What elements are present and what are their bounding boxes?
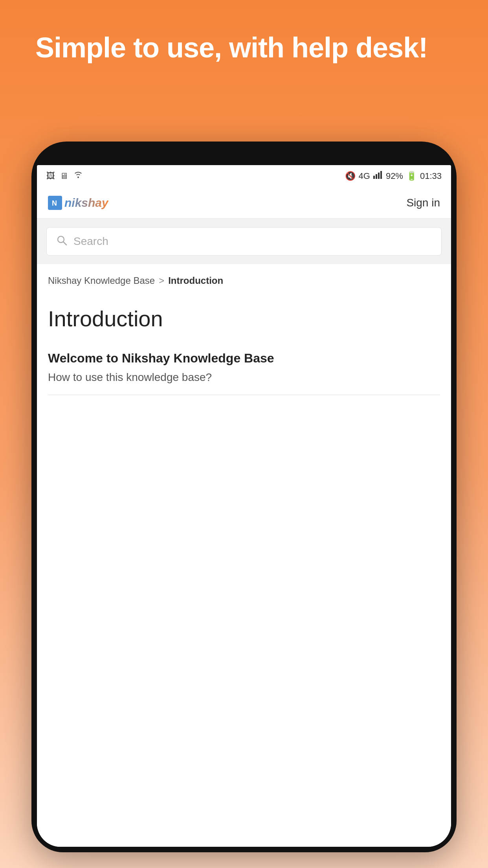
app-logo: N nikshay <box>48 196 108 210</box>
phone-screen: 🖼 🖥 🔇 4G <box>37 165 451 847</box>
hero-tagline: Simple to use, with help desk! <box>35 31 453 64</box>
clock: 01:33 <box>420 171 442 181</box>
logo-text: nikshay <box>64 196 108 210</box>
wifi-status-icon <box>73 171 83 181</box>
svg-rect-0 <box>373 176 375 179</box>
image-status-icon: 🖼 <box>46 171 55 181</box>
breadcrumb-current: Introduction <box>168 275 223 286</box>
battery-level: 92% <box>386 171 403 181</box>
search-icon <box>56 235 67 248</box>
mute-icon: 🔇 <box>345 171 356 181</box>
article-subtitle: How to use this knowledge base? <box>48 371 440 384</box>
page-title: Introduction <box>48 306 440 331</box>
breadcrumb: Nikshay Knowledge Base > Introduction <box>48 275 440 286</box>
app-header: N nikshay Sign in <box>37 187 451 219</box>
network-indicator: 4G <box>359 171 370 181</box>
content-area: Nikshay Knowledge Base > Introduction In… <box>37 264 451 847</box>
status-bar-left: 🖼 🖥 <box>46 171 83 181</box>
search-area: Search <box>37 219 451 264</box>
article-title: Welcome to Nikshay Knowledge Base <box>48 351 440 366</box>
svg-text:N: N <box>52 199 57 207</box>
search-box[interactable]: Search <box>46 227 442 256</box>
svg-rect-2 <box>378 173 380 179</box>
battery-icon: 🔋 <box>406 171 417 181</box>
svg-rect-3 <box>380 171 382 179</box>
article-entry[interactable]: Welcome to Nikshay Knowledge Base How to… <box>48 351 440 395</box>
search-input[interactable]: Search <box>73 235 432 248</box>
sign-in-button[interactable]: Sign in <box>406 197 440 209</box>
signal-icon <box>373 171 383 181</box>
status-bar: 🖼 🖥 🔇 4G <box>37 165 451 187</box>
status-bar-right: 🔇 4G 92% 🔋 01:33 <box>345 171 442 181</box>
monitor-status-icon: 🖥 <box>60 171 68 181</box>
breadcrumb-separator: > <box>159 275 164 286</box>
phone-mockup: 🖼 🖥 🔇 4G <box>31 142 457 852</box>
breadcrumb-parent[interactable]: Nikshay Knowledge Base <box>48 275 155 286</box>
logo-icon: N <box>48 196 62 210</box>
svg-line-7 <box>63 242 66 245</box>
svg-rect-1 <box>376 174 377 179</box>
